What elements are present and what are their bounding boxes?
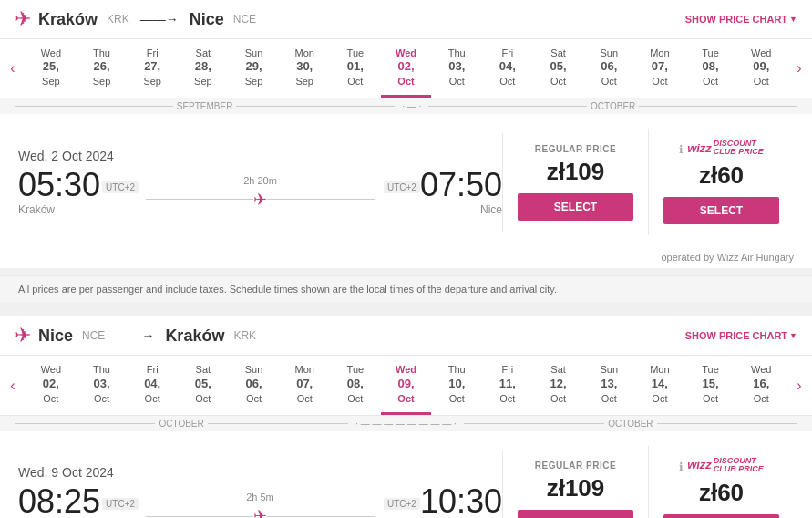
date-tab[interactable]: Wed25,Sep [26,39,77,98]
date-tab[interactable]: Wed02,Oct [26,356,77,414]
info-icon: ℹ [679,143,684,156]
return-discount-club-text: DISCOUNTCLUB PRICE [714,457,764,473]
date-tab[interactable]: Wed02,Oct [381,39,432,98]
sep-month-right: · — · [398,101,425,111]
date-tab[interactable]: Mon07,Oct [634,39,685,98]
return-path-line: ✈ [146,506,375,518]
return-route-arrow: ——→ [116,328,154,343]
plane-icon: ✈ [15,7,31,31]
disclaimer: All prices are per passenger and include… [0,275,812,302]
outbound-arrive-utc: UTC+2 [384,181,420,193]
date-tab[interactable]: Mon07,Oct [279,356,330,414]
return-regular-price-box: REGULAR PRICE zł109 SELECT [502,450,648,518]
return-depart-utc: UTC+2 [102,498,139,510]
return-sep-month: OCTOBER [159,419,203,429]
date-tab[interactable]: Wed09,Oct [381,356,432,414]
outbound-depart-time: 05:30UTC+2 [18,169,139,202]
show-price-chart-button[interactable]: SHOW PRICE CHART [685,14,797,25]
return-wizz-text: wizz [687,458,712,471]
sep-line-right [639,106,797,107]
sep-line-mid [236,106,395,107]
route-arrow: ——→ [140,12,179,26]
outbound-regular-price-label: REGULAR PRICE [535,144,616,154]
return-date-label: Wed, 9 Oct 2024 [18,465,502,480]
return-arrive-time: UTC+210:30 [382,485,502,518]
date-tab[interactable]: Sun06,Oct [583,39,634,98]
date-tab[interactable]: Sun29,Sep [229,39,280,98]
date-prev-button[interactable]: ‹ [0,43,26,94]
return-arrive-block: UTC+210:30 Kraków [382,485,502,518]
line-left [146,199,253,200]
date-tab[interactable]: Fri11,Oct [482,356,533,414]
return-depart-time: 08:25UTC+2 [18,485,139,518]
outbound-arrive-block: UTC+207:50 Nice [382,169,502,216]
date-tab[interactable]: Mon14,Oct [634,356,685,414]
date-tab[interactable]: Sun13,Oct [583,356,634,414]
return-month-separator: OCTOBER · — — — — — — — — · OCTOBER [0,416,812,431]
outbound-to-city-label: Nice [382,203,502,216]
sep-line-mid2 [428,106,587,107]
return-date-next-button[interactable]: › [786,360,812,411]
plane-mid-icon: ✈ [253,190,267,210]
outbound-date-label: Wed, 2 Oct 2024 [18,149,502,163]
return-date-prev-button[interactable]: ‹ [0,360,26,411]
date-tab[interactable]: Mon30,Sep [279,39,330,98]
date-tab[interactable]: Fri04,Oct [127,356,178,414]
return-regular-price-label: REGULAR PRICE [535,461,616,471]
outbound-to-city: Nice [190,10,224,29]
date-tab[interactable]: Thu10,Oct [431,356,482,414]
date-tab[interactable]: Sat28,Sep [178,39,229,98]
outbound-discount-price-box: ℹ wizz DISCOUNTCLUB PRICE zł60 SELECT [648,129,794,235]
return-duration: 2h 5m [246,492,274,502]
date-tab[interactable]: Thu03,Oct [77,356,128,414]
outbound-duration: 2h 20m [243,175,277,186]
return-times-wrap: 08:25UTC+2 Nice 2h 5m ✈ UTC+210:30 [18,485,502,518]
return-depart-block: 08:25UTC+2 Nice [18,485,139,518]
outbound-depart-time-value: 05:30 [18,166,100,203]
return-show-price-chart-button[interactable]: SHOW PRICE CHART [685,330,797,341]
date-tab[interactable]: Fri04,Oct [482,39,533,98]
outbound-date-nav: ‹ Wed25,SepThu26,SepFri27,SepSat28,SepSu… [0,39,812,98]
return-section: ✈ Nice NCE ——→ Kraków KRK SHOW PRICE CHA… [0,316,812,518]
date-tab[interactable]: Fri27,Sep [127,39,178,98]
date-tab[interactable]: Thu26,Sep [77,39,128,98]
date-tab[interactable]: Tue01,Oct [330,39,381,98]
date-tab[interactable]: Tue08,Oct [330,356,381,414]
date-tab[interactable]: Wed09,Oct [735,39,786,98]
return-discount-select-button[interactable]: SELECT [663,514,779,518]
date-tab[interactable]: Sat12,Oct [533,356,584,414]
outbound-arrive-time-value: 07:50 [420,166,502,203]
outbound-flight-card: Wed, 2 Oct 2024 05:30UTC+2 Kraków 2h 20m… [0,114,812,250]
outbound-times-wrap: 05:30UTC+2 Kraków 2h 20m ✈ UTC+207:50 [18,169,502,216]
date-tab[interactable]: Thu03,Oct [431,39,482,98]
return-regular-select-button[interactable]: SELECT [518,510,633,518]
outbound-regular-price-box: REGULAR PRICE zł109 SELECT [502,133,648,232]
outbound-depart-utc: UTC+2 [102,181,139,193]
date-next-button[interactable]: › [786,43,812,94]
outbound-discount-select-button[interactable]: SELECT [663,197,779,224]
date-tab[interactable]: Wed16,Oct [735,356,786,414]
date-tab[interactable]: Sun06,Oct [229,356,280,414]
date-tab[interactable]: Tue08,Oct [685,39,736,98]
discount-club-text: DISCOUNTCLUB PRICE [714,140,764,156]
outbound-path-line: ✈ [146,190,375,210]
outbound-discount-price-amount: zł60 [699,161,744,190]
return-depart-time-value: 08:25 [18,482,100,518]
date-tab[interactable]: Sat05,Oct [178,356,229,414]
return-header: ✈ Nice NCE ——→ Kraków KRK SHOW PRICE CHA… [0,316,812,356]
outbound-arrive-time: UTC+207:50 [382,169,502,202]
return-flight-info: Wed, 9 Oct 2024 08:25UTC+2 Nice 2h 5m ✈ [18,465,502,518]
outbound-regular-select-button[interactable]: SELECT [518,193,633,221]
outbound-flight-info: Wed, 2 Oct 2024 05:30UTC+2 Kraków 2h 20m… [18,149,502,216]
date-tab[interactable]: Tue15,Oct [685,356,736,414]
outbound-section: ✈ Kraków KRK ——→ Nice NCE SHOW PRICE CHA… [0,0,812,268]
outbound-operated-by: operated by Wizz Air Hungary [0,250,812,268]
outbound-depart-block: 05:30UTC+2 Kraków [18,169,139,216]
line-right [267,199,375,200]
return-date-nav: ‹ Wed02,OctThu03,OctFri04,OctSat05,OctSu… [0,356,812,415]
outbound-date-tabs: Wed25,SepThu26,SepFri27,SepSat28,SepSun2… [26,39,786,98]
sep-line-left [15,106,173,107]
date-tab[interactable]: Sat05,Oct [533,39,584,98]
section-gap [0,302,812,309]
return-to-city: Kraków [165,326,224,346]
